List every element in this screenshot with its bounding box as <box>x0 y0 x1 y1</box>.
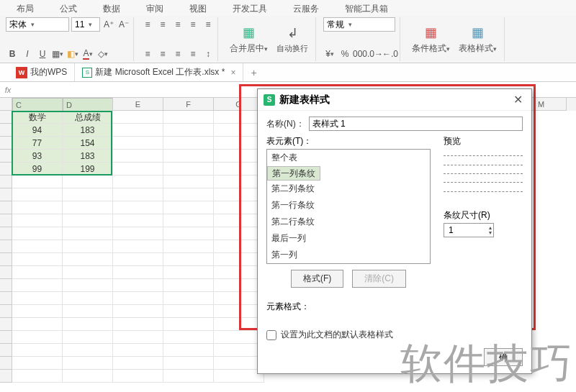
menu-view[interactable]: 视图 <box>176 0 220 16</box>
preview-label: 预览 <box>444 136 461 146</box>
merge-icon: ▦ <box>240 24 258 41</box>
fillcolor-button[interactable]: ◧▾ <box>66 47 79 61</box>
menu-data[interactable]: 数据 <box>90 0 133 16</box>
name-input[interactable] <box>309 117 523 131</box>
elements-label: 表元素(T)： <box>266 136 312 146</box>
menu-review[interactable]: 审阅 <box>133 0 176 16</box>
name-label: 名称(N)： <box>266 118 305 130</box>
cell[interactable]: 183 <box>63 150 113 163</box>
fx-icon[interactable]: fx <box>0 86 12 94</box>
colhdr-d[interactable]: D <box>63 98 113 112</box>
stripe-size-spinner[interactable]: 1 ▴▾ <box>444 223 494 237</box>
fontsize-inc-icon[interactable]: A⁺ <box>102 17 115 32</box>
percent-icon[interactable]: % <box>338 47 351 61</box>
dec-inc-icon[interactable]: .0→ <box>369 47 382 61</box>
cell[interactable]: 数学 <box>12 111 63 124</box>
elements-listbox[interactable]: 整个表 第一列条纹 第二列条纹 第一行条纹 第二行条纹 最后一列 第一列 标题行 <box>266 149 431 264</box>
bold-button[interactable]: B <box>6 47 19 61</box>
ok-button[interactable]: 确 <box>484 348 523 366</box>
menu-formula[interactable]: 公式 <box>47 0 90 16</box>
list-item[interactable]: 整个表 <box>267 150 430 166</box>
clear-button[interactable]: 清除(C) <box>352 270 406 288</box>
cell[interactable] <box>163 111 214 124</box>
list-item[interactable]: 最后一列 <box>267 230 430 247</box>
list-item[interactable]: 第一列条纹 <box>267 166 320 181</box>
menu-cloud[interactable]: 云服务 <box>280 0 332 16</box>
wps-icon: W <box>16 67 27 78</box>
colhdr-e[interactable]: E <box>113 98 163 111</box>
tab-wps[interactable]: W 我的WPS <box>9 63 75 81</box>
dialog-icon: S <box>264 94 275 106</box>
list-item[interactable]: 第一列 <box>267 247 430 263</box>
dialog-titlebar[interactable]: S 新建表样式 ✕ <box>258 89 531 111</box>
element-format-label: 元素格式： <box>266 301 431 313</box>
preview-box <box>444 149 523 199</box>
cell[interactable]: 99 <box>12 163 63 176</box>
wrap-icon: ↲ <box>284 24 301 42</box>
tablestyle-button[interactable]: ▦ 表格样式▾ <box>454 17 501 61</box>
cell[interactable]: 94 <box>12 124 63 137</box>
condfmt-icon: ▦ <box>423 24 440 41</box>
cell[interactable]: 77 <box>12 137 63 150</box>
fontsize-select[interactable]: 11▾ <box>71 17 100 32</box>
newtab-button[interactable]: + <box>243 67 264 78</box>
menu-dev[interactable]: 开发工具 <box>220 0 280 16</box>
align-left-icon[interactable]: ≡ <box>141 47 154 61</box>
align-top-icon[interactable]: ≡ <box>141 17 154 32</box>
menu-smart[interactable]: 智能工具箱 <box>332 0 401 16</box>
numformat-select[interactable]: 常规▾ <box>323 17 395 32</box>
list-item[interactable]: 第二行条纹 <box>267 214 430 230</box>
ribbon-menu: 布局 公式 数据 审阅 视图 开发工具 云服务 智能工具箱 <box>0 0 576 16</box>
underline-button[interactable]: U <box>36 47 49 61</box>
orient-icon[interactable]: ↕ <box>202 47 215 61</box>
fontcolor-button[interactable]: A▾ <box>81 47 94 61</box>
cell[interactable]: 199 <box>63 163 113 176</box>
indent-dec-icon[interactable]: ≡ <box>186 17 199 32</box>
close-icon[interactable]: ✕ <box>510 93 526 106</box>
select-all-corner[interactable] <box>0 98 12 111</box>
dec-dec-icon[interactable]: ←.0 <box>384 47 397 61</box>
cell[interactable] <box>113 111 163 124</box>
fontsize-dec-icon[interactable]: A⁻ <box>117 17 130 32</box>
dialog-title: 新建表样式 <box>279 94 506 106</box>
border-button[interactable]: ▦▾ <box>51 47 64 61</box>
cell[interactable]: 183 <box>63 124 113 137</box>
cell[interactable]: 154 <box>63 137 113 150</box>
colhdr-c[interactable]: C <box>12 98 63 112</box>
italic-button[interactable]: I <box>21 47 34 61</box>
menu-layout[interactable]: 布局 <box>4 0 47 16</box>
merge-button[interactable]: ▦ 合并居中▾ <box>225 17 272 61</box>
cell[interactable]: 总成绩 <box>63 111 113 124</box>
wrap-button[interactable]: ↲ 自动换行 <box>272 17 312 61</box>
font-select[interactable]: 宋体▾ <box>6 17 69 32</box>
close-icon[interactable]: × <box>230 68 235 78</box>
tablestyle-icon: ▦ <box>469 24 487 41</box>
spinner-arrows-icon[interactable]: ▴▾ <box>489 225 492 235</box>
list-item[interactable]: 第二列条纹 <box>267 181 430 197</box>
cell[interactable]: 93 <box>12 150 63 163</box>
new-table-style-dialog: S 新建表样式 ✕ 名称(N)： 表元素(T)： 整个表 第一列条纹 第二列条纹… <box>257 88 532 374</box>
tab-xlsx[interactable]: S 新建 Microsoft Excel 工作表.xlsx * × <box>75 63 243 81</box>
xlsx-icon: S <box>82 68 92 78</box>
align-right-icon[interactable]: ≡ <box>171 47 184 61</box>
align-bot-icon[interactable]: ≡ <box>171 17 184 32</box>
currency-icon[interactable]: ¥▾ <box>323 47 336 61</box>
clearfmt-button[interactable]: ◇▾ <box>96 47 109 61</box>
ribbon-toolbar: 宋体▾ 11▾ A⁺ A⁻ B I U ▦▾ ◧▾ A▾ ◇▾ ≡ ≡ ≡ ≡ … <box>0 16 576 63</box>
stripe-size-label: 条纹尺寸(R) <box>444 210 490 220</box>
format-button[interactable]: 格式(F) <box>291 270 343 288</box>
doc-tabs: W 我的WPS S 新建 Microsoft Excel 工作表.xlsx * … <box>0 63 576 82</box>
align-mid-icon[interactable]: ≡ <box>156 17 169 32</box>
indent-inc-icon[interactable]: ≡ <box>202 17 215 32</box>
align-center-icon[interactable]: ≡ <box>156 47 169 61</box>
condfmt-button[interactable]: ▦ 条件格式▾ <box>408 17 454 61</box>
comma-icon[interactable]: 000 <box>354 47 366 61</box>
default-checkbox[interactable] <box>266 330 276 340</box>
default-label: 设置为此文档的默认表格样式 <box>281 329 393 341</box>
colhdr-f[interactable]: F <box>163 98 214 111</box>
list-item[interactable]: 第一行条纹 <box>267 197 430 214</box>
align-justify-icon[interactable]: ≡ <box>186 47 199 61</box>
